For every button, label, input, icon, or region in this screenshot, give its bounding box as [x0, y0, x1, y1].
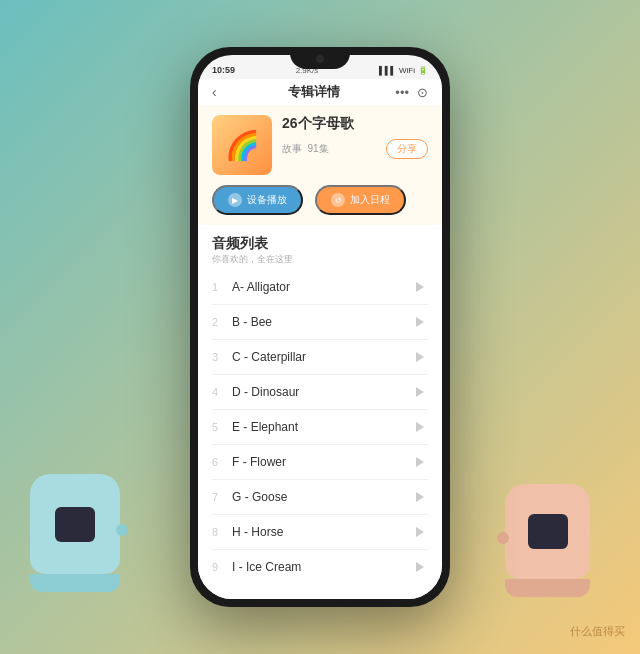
more-icon[interactable]: •••: [395, 85, 409, 100]
list-section: 音频列表 你喜欢的，全在这里 1 A- Alligator 2 B - Bee …: [198, 225, 442, 599]
track-list: 1 A- Alligator 2 B - Bee 3 C - Caterpill…: [212, 270, 428, 599]
play-button[interactable]: [412, 559, 428, 575]
camera-dot: [316, 55, 324, 63]
list-item[interactable]: 6 F - Flower: [212, 445, 428, 480]
album-meta: 故事 91集 分享: [282, 139, 428, 159]
device-play-icon: ▶: [228, 193, 242, 207]
play-icon: [416, 387, 424, 397]
play-icon: [416, 317, 424, 327]
play-icon: [416, 457, 424, 467]
item-title: C - Caterpillar: [232, 350, 412, 364]
nav-actions: ••• ⊙: [395, 85, 428, 100]
item-number: 5: [212, 421, 232, 433]
status-icons: ▌▌▌ WiFi 🔋: [379, 66, 428, 75]
status-time: 10:59: [212, 65, 235, 75]
item-number: 9: [212, 561, 232, 573]
device-dot-right: [497, 532, 509, 544]
item-title: B - Bee: [232, 315, 412, 329]
watermark: 什么值得买: [570, 624, 625, 639]
item-title: A- Alligator: [232, 280, 412, 294]
album-header: 🌈 26个字母歌 故事 91集 分享: [198, 105, 442, 225]
album-title: 26个字母歌: [282, 115, 428, 133]
wifi-icon: WiFi: [399, 66, 415, 75]
list-item[interactable]: 8 H - Horse: [212, 515, 428, 550]
list-subtitle: 你喜欢的，全在这里: [212, 253, 428, 266]
phone: 10:59 2.9K/s ▌▌▌ WiFi 🔋 ‹ 专辑详情 ••• ⊙: [190, 47, 450, 607]
list-item[interactable]: 1 A- Alligator: [212, 270, 428, 305]
item-title: F - Flower: [232, 455, 412, 469]
list-item[interactable]: 4 D - Dinosaur: [212, 375, 428, 410]
play-button[interactable]: [412, 384, 428, 400]
list-item[interactable]: 3 C - Caterpillar: [212, 340, 428, 375]
phone-screen: 10:59 2.9K/s ▌▌▌ WiFi 🔋 ‹ 专辑详情 ••• ⊙: [198, 55, 442, 599]
device-play-button[interactable]: ▶ 设备播放: [212, 185, 303, 215]
play-button[interactable]: [412, 349, 428, 365]
item-title: E - Elephant: [232, 420, 412, 434]
play-button[interactable]: [412, 454, 428, 470]
action-row: ▶ 设备播放 ↺ 加入日程: [212, 185, 428, 215]
device-screen-right: [528, 514, 568, 549]
item-number: 8: [212, 526, 232, 538]
device-screen-left: [55, 507, 95, 542]
signal-icon: ▌▌▌: [379, 66, 396, 75]
list-item[interactable]: 7 G - Goose: [212, 480, 428, 515]
item-number: 3: [212, 351, 232, 363]
device-base-right: [505, 579, 590, 597]
play-icon: [416, 562, 424, 572]
play-button[interactable]: [412, 314, 428, 330]
battery-icon: 🔋: [418, 66, 428, 75]
play-icon: [416, 527, 424, 537]
item-title: D - Dinosaur: [232, 385, 412, 399]
list-item[interactable]: 9 I - Ice Cream: [212, 550, 428, 584]
device-dot-left: [116, 524, 128, 536]
calendar-icon: ↺: [331, 193, 345, 207]
back-button[interactable]: ‹: [212, 84, 232, 100]
play-button[interactable]: [412, 489, 428, 505]
list-title: 音频列表: [212, 235, 428, 253]
album-details: 26个字母歌 故事 91集 分享: [282, 115, 428, 159]
list-item[interactable]: 5 E - Elephant: [212, 410, 428, 445]
share-button[interactable]: 分享: [386, 139, 428, 159]
list-item[interactable]: 2 B - Bee: [212, 305, 428, 340]
item-title: H - Horse: [232, 525, 412, 539]
play-button[interactable]: [412, 524, 428, 540]
device-right: [505, 484, 600, 599]
play-button[interactable]: [412, 419, 428, 435]
album-meta-label: 故事 91集: [282, 142, 329, 156]
add-calendar-button[interactable]: ↺ 加入日程: [315, 185, 406, 215]
item-number: 4: [212, 386, 232, 398]
play-icon: [416, 422, 424, 432]
page-title: 专辑详情: [288, 83, 340, 101]
play-icon: [416, 492, 424, 502]
item-number: 6: [212, 456, 232, 468]
album-cover: 🌈: [212, 115, 272, 175]
device-base-left: [30, 574, 120, 592]
item-number: 7: [212, 491, 232, 503]
item-title: G - Goose: [232, 490, 412, 504]
target-icon[interactable]: ⊙: [417, 85, 428, 100]
device-left: [30, 474, 130, 594]
nav-bar: ‹ 专辑详情 ••• ⊙: [198, 79, 442, 105]
play-icon: [416, 282, 424, 292]
item-title: I - Ice Cream: [232, 560, 412, 574]
play-button[interactable]: [412, 279, 428, 295]
item-number: 2: [212, 316, 232, 328]
notch: [290, 47, 350, 69]
item-number: 1: [212, 281, 232, 293]
list-header: 音频列表 你喜欢的，全在这里: [212, 235, 428, 266]
cover-image: 🌈: [225, 129, 260, 162]
play-icon: [416, 352, 424, 362]
